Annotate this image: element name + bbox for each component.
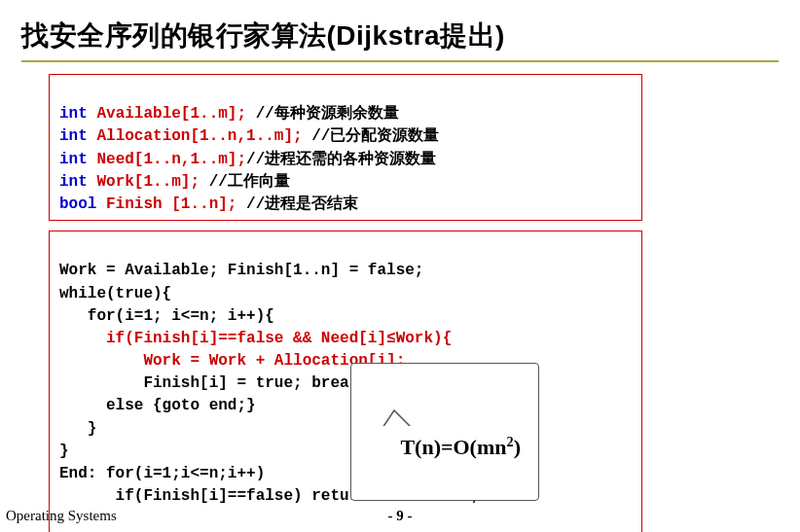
kw-int: int bbox=[59, 173, 88, 191]
code-line: End: for(i=1;i<=n;i++) bbox=[59, 465, 265, 482]
arr-finish: Finish [1..n]; bbox=[106, 195, 236, 213]
kw-int: int bbox=[59, 151, 88, 168]
slide-title: 找安全序列的银行家算法(Dijkstra提出) bbox=[21, 18, 779, 54]
kw-bool: bool bbox=[59, 195, 96, 213]
algorithm-box: Work = Available; Finish[1..n] = false; … bbox=[49, 231, 642, 532]
code-line: } bbox=[59, 420, 96, 438]
code-line-highlight: if(Finish[i]==false && Need[i]≤Work){ bbox=[59, 330, 452, 347]
arr-available: Available[1..m]; bbox=[96, 105, 246, 123]
arr-work: Work[1..m]; bbox=[96, 173, 200, 191]
cmt-need: //进程还需的各种资源数量 bbox=[246, 151, 436, 168]
code-line: Work = Available; Finish[1..n] = false; bbox=[59, 262, 423, 279]
complexity-suffix: ) bbox=[514, 435, 521, 459]
kw-int: int bbox=[59, 127, 88, 145]
arr-need: Need[1..n,1..m]; bbox=[96, 151, 246, 168]
cmt-allocation: //已分配资源数量 bbox=[303, 127, 440, 145]
arr-allocation: Allocation[1..n,1..m]; bbox=[96, 127, 302, 145]
declarations-box: int Available[1..m]; //每种资源剩余数量 int Allo… bbox=[49, 74, 642, 221]
code-line: for(i=1; i<=n; i++){ bbox=[59, 307, 274, 325]
complexity-callout: T(n)=O(mn2) bbox=[350, 363, 539, 501]
complexity-text: T(n)=O(mn bbox=[400, 435, 506, 459]
svg-marker-0 bbox=[382, 410, 412, 428]
slide-footer: Operating Systems - 9 - bbox=[0, 508, 800, 524]
footer-page-number: - 9 - bbox=[388, 508, 413, 524]
footer-course: Operating Systems bbox=[0, 508, 117, 524]
code-line: } bbox=[59, 443, 69, 460]
cmt-work: //工作向量 bbox=[200, 173, 290, 191]
complexity-exp: 2 bbox=[507, 434, 514, 449]
title-rule bbox=[21, 60, 779, 62]
cmt-finish: //进程是否结束 bbox=[236, 195, 358, 213]
svg-rect-1 bbox=[382, 426, 413, 428]
code-line: Finish[i] = true; break;} bbox=[59, 374, 377, 392]
code-line: while(true){ bbox=[59, 285, 171, 302]
code-line: else {goto end;} bbox=[59, 397, 256, 414]
kw-int: int bbox=[59, 105, 88, 123]
cmt-available: //每种资源剩余数量 bbox=[246, 105, 399, 123]
